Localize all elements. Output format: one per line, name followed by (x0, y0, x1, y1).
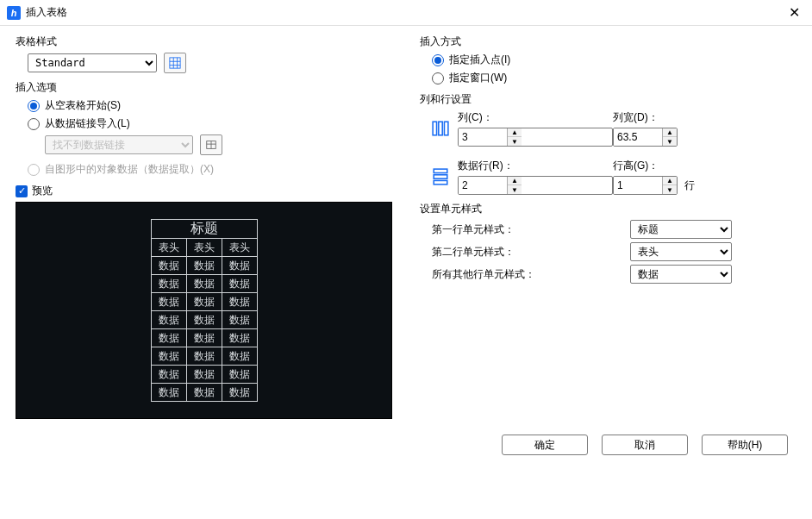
ok-button[interactable]: 确定 (502, 435, 588, 455)
row2-style-label: 第二行单元样式： (432, 245, 630, 260)
preview-header-cell: 表头 (151, 239, 186, 257)
window-title: 插入表格 (26, 5, 784, 20)
radio-data-link[interactable]: 从数据链接导入(L) (28, 116, 392, 131)
grid-icon (169, 57, 181, 69)
col-width-spinner[interactable]: ▲▼ (613, 128, 678, 147)
close-button[interactable]: ✕ (784, 3, 805, 22)
svg-rect-12 (434, 175, 447, 178)
col-width-input[interactable] (614, 128, 662, 146)
table-style-label: 表格样式 (16, 34, 392, 49)
footer: 确定 取消 帮助(H) (0, 431, 812, 467)
svg-rect-8 (433, 122, 436, 135)
preview-header-cell: 表头 (186, 239, 222, 257)
rows-icon (432, 168, 449, 185)
preview-title-cell: 标题 (151, 220, 257, 239)
col-width-label: 列宽(D)： (613, 110, 678, 125)
data-link-select: 找不到数据链接 (45, 135, 193, 154)
preview-group: ✓预览 标题 表头 表头 表头 数据数据数据 数据数据数据 数据数据数据 数据数… (16, 184, 392, 419)
spinner-down[interactable]: ▼ (663, 185, 677, 194)
spinner-up[interactable]: ▲ (663, 177, 677, 185)
table-link-icon (205, 139, 217, 151)
spinner-up[interactable]: ▲ (663, 128, 677, 137)
right-column: 插入方式 指定插入点(I) 指定窗口(W) 列和行设置 列(C)： (413, 34, 796, 426)
table-style-edit-button[interactable] (164, 53, 186, 73)
columns-icon (432, 120, 449, 137)
insert-options-group: 插入选项 从空表格开始(S) 从数据链接导入(L) 找不到数据链接 (16, 80, 392, 177)
data-rows-spinner[interactable]: ▲▼ (458, 176, 613, 195)
columns-input[interactable] (459, 128, 507, 146)
radio-insert-window[interactable]: 指定窗口(W) (432, 71, 796, 85)
svg-rect-13 (434, 180, 447, 184)
insert-mode-label: 插入方式 (420, 34, 796, 49)
row2-style-select[interactable]: 表头 (630, 242, 732, 261)
svg-rect-9 (439, 122, 442, 135)
titlebar: h 插入表格 ✕ (0, 0, 812, 26)
app-icon: h (7, 6, 21, 20)
insert-options-label: 插入选项 (16, 80, 392, 95)
spinner-up[interactable]: ▲ (508, 128, 522, 137)
other-style-label: 所有其他行单元样式： (432, 267, 630, 282)
insert-mode-group: 插入方式 指定插入点(I) 指定窗口(W) (420, 34, 796, 85)
radio-extract-label: 自图形中的对象数据（数据提取）(X) (45, 162, 214, 177)
left-column: 表格样式 Standard 插入选项 (16, 34, 413, 426)
preview-table: 标题 表头 表头 表头 数据数据数据 数据数据数据 数据数据数据 数据数据数据 … (151, 219, 258, 402)
help-button[interactable]: 帮助(H) (702, 435, 788, 455)
data-rows-label: 数据行(R)： (458, 159, 613, 173)
spinner-down[interactable]: ▼ (663, 137, 677, 146)
cell-style-label: 设置单元样式 (420, 202, 796, 216)
table-style-select[interactable]: Standard (28, 53, 157, 72)
other-style-select[interactable]: 数据 (630, 265, 732, 284)
data-link-browse-button[interactable] (200, 134, 222, 155)
cancel-button[interactable]: 取消 (602, 435, 688, 455)
columns-label: 列(C)： (458, 110, 613, 125)
svg-rect-10 (444, 122, 447, 135)
row-height-input[interactable] (614, 177, 662, 194)
row-height-unit: 行 (684, 178, 695, 193)
radio-insert-point-label: 指定插入点(I) (449, 53, 510, 67)
row1-style-select[interactable]: 标题 (630, 220, 732, 239)
row1-style-label: 第一行单元样式： (432, 222, 630, 237)
columns-spinner[interactable]: ▲▼ (458, 128, 613, 147)
preview-data-cell: 数据 (151, 257, 186, 275)
preview-checkbox[interactable]: ✓预览 (16, 184, 392, 198)
preview-area: 标题 表头 表头 表头 数据数据数据 数据数据数据 数据数据数据 数据数据数据 … (16, 202, 392, 419)
data-rows-input[interactable] (459, 177, 507, 194)
row-col-group: 列和行设置 列(C)： ▲▼ 列宽(D)： (420, 92, 796, 195)
spinner-down[interactable]: ▼ (508, 185, 522, 194)
spinner-up[interactable]: ▲ (508, 177, 522, 185)
radio-insert-point[interactable]: 指定插入点(I) (432, 53, 796, 67)
dialog-body: 表格样式 Standard 插入选项 (0, 26, 812, 431)
radio-link-label: 从数据链接导入(L) (45, 116, 130, 131)
svg-rect-11 (434, 169, 447, 172)
svg-rect-0 (170, 58, 180, 68)
row-col-label: 列和行设置 (420, 92, 796, 107)
radio-data-extract: 自图形中的对象数据（数据提取）(X) (28, 162, 392, 177)
preview-checkbox-label: 预览 (32, 184, 53, 198)
row-height-spinner[interactable]: ▲▼ (613, 176, 678, 195)
radio-insert-window-label: 指定窗口(W) (449, 71, 507, 85)
row-height-label: 行高(G)： (613, 159, 695, 173)
cell-style-group: 设置单元样式 第一行单元样式： 标题 第二行单元样式： 表头 所有其他行单元样式… (420, 202, 796, 284)
table-style-group: 表格样式 Standard (16, 34, 392, 73)
spinner-down[interactable]: ▼ (508, 137, 522, 146)
preview-header-cell: 表头 (222, 239, 257, 257)
radio-blank-label: 从空表格开始(S) (45, 98, 121, 113)
radio-blank-table[interactable]: 从空表格开始(S) (28, 98, 392, 113)
